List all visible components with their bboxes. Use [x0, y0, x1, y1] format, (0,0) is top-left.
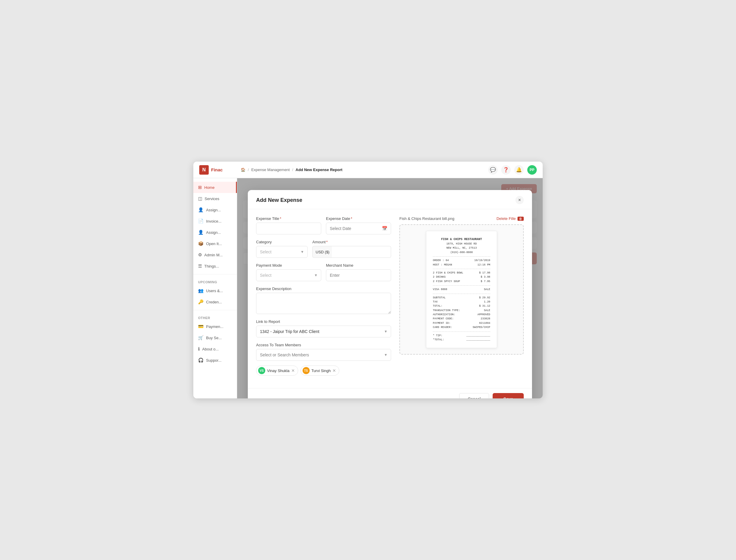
sidebar-item-assign[interactable]: 👤 Assign...	[193, 204, 237, 215]
sidebar-item-users[interactable]: 👥 Users &...	[193, 285, 237, 296]
form-row-5: Link to Report 1342 - Jaipur Trip for AB…	[256, 319, 391, 337]
delete-file-icon: 🗑	[518, 217, 524, 221]
sidebar-item-home[interactable]: ⊞ Home	[193, 182, 237, 193]
member-remove-ts[interactable]: ✕	[332, 368, 336, 373]
sidebar-divider1	[193, 274, 237, 274]
sidebar-item-assign2[interactable]: 👤 Assign...	[193, 227, 237, 238]
sidebar-item-services[interactable]: ◫ Services	[193, 193, 237, 204]
access-members-group: Access To Team Members ▼ VS Vinay Shu	[256, 343, 391, 376]
feedback-icon[interactable]: 💬	[488, 165, 498, 175]
sidebar-item-buyse[interactable]: 🛒 Buy Se...	[193, 332, 237, 343]
member-tag-ts: TS Turvi Singh ✕	[300, 366, 339, 376]
receipt-preview: FISH & CHIPS RESTAURANT 1879, HIGH HOUSE…	[399, 224, 524, 355]
receipt-payment-id: 8211884	[479, 321, 490, 325]
description-label: Expense Description	[256, 287, 391, 291]
breadcrumb-home-icon[interactable]: 🏠	[241, 168, 245, 172]
receipt-restaurant-name: FISH & CHIPS RESTAURANT	[433, 237, 490, 242]
link-to-report-select[interactable]: 1342 - Jaipur Trip for ABC Client 1343 -…	[256, 326, 391, 337]
sidebar-label-users: Users &...	[206, 289, 223, 293]
delete-file-button[interactable]: Delete Fille 🗑	[496, 216, 524, 221]
currency-select[interactable]: USD ($) EUR (€) GBP (£) INR (₹)	[312, 246, 332, 258]
amount-input[interactable]	[332, 246, 391, 258]
receipt-phone: (919)-000-0000	[433, 250, 490, 255]
users-icon: 👥	[198, 288, 204, 293]
link-to-report-wrapper: 1342 - Jaipur Trip for ABC Client 1343 -…	[256, 326, 391, 337]
merchant-name-group: Merchant Name	[326, 263, 391, 281]
payment-mode-select[interactable]: Select Credit Card Debit Card Cash Bank …	[256, 269, 321, 281]
description-textarea[interactable]	[256, 293, 391, 314]
receipt-header: Fish & Chips Restaurant bill.png Delete …	[399, 216, 524, 221]
sidebar-label-about: About o...	[202, 347, 219, 351]
receipt-subtotal: $ 29.92	[479, 296, 490, 300]
sidebar-section-upcoming: UPCOMING	[193, 277, 237, 285]
sidebar-label-admin: Admin M...	[204, 253, 223, 257]
modal-close-button[interactable]: ×	[515, 196, 524, 204]
receipt-subtotal-row: SUBTOTAL $ 29.92	[433, 296, 490, 300]
sidebar-item-invoice[interactable]: 📄 Invoice...	[193, 215, 237, 227]
member-remove-vs[interactable]: ✕	[291, 368, 295, 373]
app-shell: N Finac 🏠 / Expense Management / Add New…	[193, 162, 543, 398]
amount-wrapper: USD ($) EUR (€) GBP (£) INR (₹)	[312, 246, 391, 258]
breadcrumb: 🏠 / Expense Management / Add New Expense…	[241, 168, 488, 172]
sidebar-item-support[interactable]: 🎧 Suppor...	[193, 355, 237, 366]
receipt-card-reader: SWIPED/CHIP	[473, 325, 490, 329]
sidebar-item-things[interactable]: ☰ Things...	[193, 260, 237, 272]
date-wrapper: 📅	[326, 223, 391, 234]
link-to-report-group: Link to Report 1342 - Jaipur Trip for AB…	[256, 319, 391, 337]
category-label: Category	[256, 240, 308, 244]
receipt-item-2-price: $ 3.98	[481, 275, 490, 279]
things-icon: ☰	[198, 263, 202, 269]
receipt-date: 10/19/2019	[474, 258, 490, 263]
category-select[interactable]: Select Food & Dining Travel Office Suppl…	[256, 246, 308, 258]
expense-date-input[interactable]	[326, 223, 391, 234]
sidebar-item-openit[interactable]: 📦 Open It...	[193, 238, 237, 249]
receipt-item-3-name: 2 FISH SPYCY SOUP	[433, 279, 460, 284]
expense-title-label: Expense Title*	[256, 216, 321, 221]
link-to-report-label: Link to Report	[256, 319, 391, 324]
user-avatar[interactable]: PP	[527, 165, 537, 175]
receipt-order-label: ORDER : 64	[433, 258, 449, 263]
receipt-txn-row: TRANSACTION TYPE: SALE	[433, 308, 490, 313]
receipt-subtotal-label: SUBTOTAL	[433, 296, 446, 300]
sidebar-item-admin[interactable]: ⚙ Admin M...	[193, 249, 237, 260]
modal-body: Expense Title* Expense Date*	[248, 209, 532, 388]
content-area: + Add Expense Add New Expense ×	[237, 178, 543, 398]
breadcrumb-sep2: /	[292, 168, 293, 172]
receipt-payment-code: 233828	[481, 317, 490, 321]
admin-icon: ⚙	[198, 252, 202, 258]
members-search-input[interactable]	[256, 349, 391, 361]
sidebar-item-credentials[interactable]: 🔑 Creden...	[193, 296, 237, 308]
cancel-button[interactable]: Cancel	[459, 393, 489, 398]
sidebar: ⊞ Home ◫ Services 👤 Assign... 📄 Invoice.…	[193, 178, 237, 398]
invoice-icon: 📄	[198, 218, 204, 224]
receipt-payment-code-label: PAYMENT CODE:	[433, 317, 454, 321]
expense-title-input[interactable]	[256, 223, 321, 234]
receipt-tip-line: _______________	[466, 334, 490, 338]
receipt-payment-id-label: PAYMENT ID:	[433, 321, 450, 325]
receipt-card-reader-row: CARD READER: SWIPED/CHIP	[433, 325, 490, 329]
save-button[interactable]: Save	[493, 393, 524, 398]
sidebar-item-about[interactable]: ℹ About o...	[193, 343, 237, 355]
sidebar-label-home: Home	[204, 185, 215, 190]
payment-mode-group: Payment Mode Select Credit Card Debit Ca…	[256, 263, 321, 281]
main-layout: ⊞ Home ◫ Services 👤 Assign... 📄 Invoice.…	[193, 178, 543, 398]
receipt-divider2	[433, 269, 490, 269]
assign-icon: 👤	[198, 207, 204, 213]
sidebar-item-payment[interactable]: 💳 Paymen...	[193, 321, 237, 332]
sidebar-label-assign: Assign...	[206, 208, 221, 212]
form-row-2: Category Select Food & Dining Travel Off…	[256, 240, 391, 258]
receipt-finaltotal-row: *TOTAL: _______________	[433, 338, 490, 342]
credentials-icon: 🔑	[198, 299, 204, 305]
sidebar-label-things: Things...	[204, 264, 219, 268]
member-tag-vs: VS Vinay Shukla ✕	[256, 366, 298, 376]
merchant-name-input[interactable]	[326, 269, 391, 281]
form-row-6: Access To Team Members ▼ VS Vinay Shu	[256, 343, 391, 376]
receipt-time: 12:16 PM	[478, 263, 490, 267]
sidebar-label-invoice: Invoice...	[206, 219, 221, 223]
breadcrumb-expense-mgmt[interactable]: Expense Management	[251, 168, 290, 172]
notification-icon[interactable]: 🔔	[514, 165, 524, 175]
receipt-order-row: ORDER : 64 10/19/2019	[433, 258, 490, 263]
form-section: Expense Title* Expense Date*	[256, 216, 391, 381]
receipt-item-1-name: 2 FISH & CHIPS BOWL	[433, 271, 463, 275]
help-icon[interactable]: ❓	[501, 165, 511, 175]
